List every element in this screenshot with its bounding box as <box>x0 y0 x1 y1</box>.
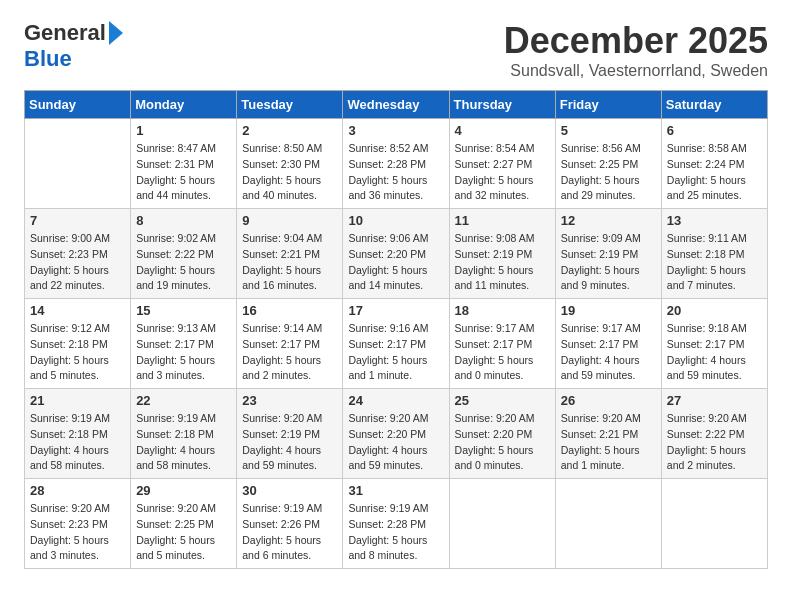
calendar-day-cell: 21Sunrise: 9:19 AM Sunset: 2:18 PM Dayli… <box>25 389 131 479</box>
calendar-day-cell: 31Sunrise: 9:19 AM Sunset: 2:28 PM Dayli… <box>343 479 449 569</box>
calendar-day-cell: 26Sunrise: 9:20 AM Sunset: 2:21 PM Dayli… <box>555 389 661 479</box>
calendar-day-cell: 7Sunrise: 9:00 AM Sunset: 2:23 PM Daylig… <box>25 209 131 299</box>
day-detail: Sunrise: 8:54 AM Sunset: 2:27 PM Dayligh… <box>455 141 550 204</box>
day-detail: Sunrise: 9:08 AM Sunset: 2:19 PM Dayligh… <box>455 231 550 294</box>
day-detail: Sunrise: 9:20 AM Sunset: 2:20 PM Dayligh… <box>455 411 550 474</box>
calendar-day-cell: 17Sunrise: 9:16 AM Sunset: 2:17 PM Dayli… <box>343 299 449 389</box>
day-number: 1 <box>136 123 231 138</box>
calendar-day-cell: 10Sunrise: 9:06 AM Sunset: 2:20 PM Dayli… <box>343 209 449 299</box>
calendar-week-row: 1Sunrise: 8:47 AM Sunset: 2:31 PM Daylig… <box>25 119 768 209</box>
day-detail: Sunrise: 9:19 AM Sunset: 2:18 PM Dayligh… <box>30 411 125 474</box>
calendar-day-cell: 6Sunrise: 8:58 AM Sunset: 2:24 PM Daylig… <box>661 119 767 209</box>
calendar-day-cell: 15Sunrise: 9:13 AM Sunset: 2:17 PM Dayli… <box>131 299 237 389</box>
day-number: 17 <box>348 303 443 318</box>
calendar-week-row: 28Sunrise: 9:20 AM Sunset: 2:23 PM Dayli… <box>25 479 768 569</box>
calendar-week-row: 21Sunrise: 9:19 AM Sunset: 2:18 PM Dayli… <box>25 389 768 479</box>
day-detail: Sunrise: 9:19 AM Sunset: 2:28 PM Dayligh… <box>348 501 443 564</box>
calendar-day-cell <box>555 479 661 569</box>
location-title: Sundsvall, Vaesternorrland, Sweden <box>504 62 768 80</box>
logo-general: General <box>24 20 106 46</box>
weekday-header: Tuesday <box>237 91 343 119</box>
calendar-day-cell: 27Sunrise: 9:20 AM Sunset: 2:22 PM Dayli… <box>661 389 767 479</box>
day-number: 15 <box>136 303 231 318</box>
calendar-header-row: SundayMondayTuesdayWednesdayThursdayFrid… <box>25 91 768 119</box>
calendar-week-row: 14Sunrise: 9:12 AM Sunset: 2:18 PM Dayli… <box>25 299 768 389</box>
calendar-day-cell: 11Sunrise: 9:08 AM Sunset: 2:19 PM Dayli… <box>449 209 555 299</box>
weekday-header: Monday <box>131 91 237 119</box>
calendar-day-cell: 29Sunrise: 9:20 AM Sunset: 2:25 PM Dayli… <box>131 479 237 569</box>
calendar-day-cell: 23Sunrise: 9:20 AM Sunset: 2:19 PM Dayli… <box>237 389 343 479</box>
weekday-header: Sunday <box>25 91 131 119</box>
logo: General Blue <box>24 20 123 72</box>
day-detail: Sunrise: 9:17 AM Sunset: 2:17 PM Dayligh… <box>455 321 550 384</box>
day-number: 27 <box>667 393 762 408</box>
day-number: 3 <box>348 123 443 138</box>
calendar-day-cell: 30Sunrise: 9:19 AM Sunset: 2:26 PM Dayli… <box>237 479 343 569</box>
day-number: 4 <box>455 123 550 138</box>
day-detail: Sunrise: 9:18 AM Sunset: 2:17 PM Dayligh… <box>667 321 762 384</box>
day-number: 18 <box>455 303 550 318</box>
day-detail: Sunrise: 9:13 AM Sunset: 2:17 PM Dayligh… <box>136 321 231 384</box>
header: General Blue December 2025 Sundsvall, Va… <box>24 20 768 80</box>
calendar-table: SundayMondayTuesdayWednesdayThursdayFrid… <box>24 90 768 569</box>
calendar-day-cell: 24Sunrise: 9:20 AM Sunset: 2:20 PM Dayli… <box>343 389 449 479</box>
day-detail: Sunrise: 9:17 AM Sunset: 2:17 PM Dayligh… <box>561 321 656 384</box>
day-detail: Sunrise: 8:56 AM Sunset: 2:25 PM Dayligh… <box>561 141 656 204</box>
day-number: 23 <box>242 393 337 408</box>
calendar-day-cell: 18Sunrise: 9:17 AM Sunset: 2:17 PM Dayli… <box>449 299 555 389</box>
calendar-day-cell: 1Sunrise: 8:47 AM Sunset: 2:31 PM Daylig… <box>131 119 237 209</box>
calendar-day-cell <box>449 479 555 569</box>
calendar-day-cell: 28Sunrise: 9:20 AM Sunset: 2:23 PM Dayli… <box>25 479 131 569</box>
calendar-day-cell: 3Sunrise: 8:52 AM Sunset: 2:28 PM Daylig… <box>343 119 449 209</box>
day-number: 6 <box>667 123 762 138</box>
month-title: December 2025 <box>504 20 768 62</box>
weekday-header: Friday <box>555 91 661 119</box>
day-detail: Sunrise: 9:20 AM Sunset: 2:21 PM Dayligh… <box>561 411 656 474</box>
day-detail: Sunrise: 8:47 AM Sunset: 2:31 PM Dayligh… <box>136 141 231 204</box>
calendar-day-cell: 8Sunrise: 9:02 AM Sunset: 2:22 PM Daylig… <box>131 209 237 299</box>
day-detail: Sunrise: 9:06 AM Sunset: 2:20 PM Dayligh… <box>348 231 443 294</box>
calendar-day-cell: 19Sunrise: 9:17 AM Sunset: 2:17 PM Dayli… <box>555 299 661 389</box>
calendar-day-cell: 22Sunrise: 9:19 AM Sunset: 2:18 PM Dayli… <box>131 389 237 479</box>
day-detail: Sunrise: 9:20 AM Sunset: 2:23 PM Dayligh… <box>30 501 125 564</box>
day-number: 28 <box>30 483 125 498</box>
day-number: 16 <box>242 303 337 318</box>
day-number: 21 <box>30 393 125 408</box>
day-detail: Sunrise: 9:12 AM Sunset: 2:18 PM Dayligh… <box>30 321 125 384</box>
day-number: 10 <box>348 213 443 228</box>
weekday-header: Wednesday <box>343 91 449 119</box>
calendar-day-cell: 2Sunrise: 8:50 AM Sunset: 2:30 PM Daylig… <box>237 119 343 209</box>
day-number: 7 <box>30 213 125 228</box>
day-number: 31 <box>348 483 443 498</box>
day-detail: Sunrise: 8:50 AM Sunset: 2:30 PM Dayligh… <box>242 141 337 204</box>
day-detail: Sunrise: 9:20 AM Sunset: 2:22 PM Dayligh… <box>667 411 762 474</box>
day-number: 30 <box>242 483 337 498</box>
day-detail: Sunrise: 9:20 AM Sunset: 2:25 PM Dayligh… <box>136 501 231 564</box>
calendar-day-cell: 4Sunrise: 8:54 AM Sunset: 2:27 PM Daylig… <box>449 119 555 209</box>
calendar-day-cell: 9Sunrise: 9:04 AM Sunset: 2:21 PM Daylig… <box>237 209 343 299</box>
day-number: 29 <box>136 483 231 498</box>
calendar-day-cell: 25Sunrise: 9:20 AM Sunset: 2:20 PM Dayli… <box>449 389 555 479</box>
day-number: 12 <box>561 213 656 228</box>
day-detail: Sunrise: 8:52 AM Sunset: 2:28 PM Dayligh… <box>348 141 443 204</box>
day-detail: Sunrise: 9:00 AM Sunset: 2:23 PM Dayligh… <box>30 231 125 294</box>
day-detail: Sunrise: 9:19 AM Sunset: 2:26 PM Dayligh… <box>242 501 337 564</box>
calendar-day-cell <box>661 479 767 569</box>
title-area: December 2025 Sundsvall, Vaesternorrland… <box>504 20 768 80</box>
calendar-day-cell: 16Sunrise: 9:14 AM Sunset: 2:17 PM Dayli… <box>237 299 343 389</box>
day-number: 14 <box>30 303 125 318</box>
day-detail: Sunrise: 8:58 AM Sunset: 2:24 PM Dayligh… <box>667 141 762 204</box>
calendar-day-cell: 20Sunrise: 9:18 AM Sunset: 2:17 PM Dayli… <box>661 299 767 389</box>
day-detail: Sunrise: 9:11 AM Sunset: 2:18 PM Dayligh… <box>667 231 762 294</box>
calendar-week-row: 7Sunrise: 9:00 AM Sunset: 2:23 PM Daylig… <box>25 209 768 299</box>
calendar-day-cell <box>25 119 131 209</box>
day-number: 19 <box>561 303 656 318</box>
day-number: 26 <box>561 393 656 408</box>
day-number: 11 <box>455 213 550 228</box>
calendar-body: 1Sunrise: 8:47 AM Sunset: 2:31 PM Daylig… <box>25 119 768 569</box>
calendar-day-cell: 12Sunrise: 9:09 AM Sunset: 2:19 PM Dayli… <box>555 209 661 299</box>
day-detail: Sunrise: 9:09 AM Sunset: 2:19 PM Dayligh… <box>561 231 656 294</box>
day-number: 20 <box>667 303 762 318</box>
weekday-header: Thursday <box>449 91 555 119</box>
day-detail: Sunrise: 9:16 AM Sunset: 2:17 PM Dayligh… <box>348 321 443 384</box>
